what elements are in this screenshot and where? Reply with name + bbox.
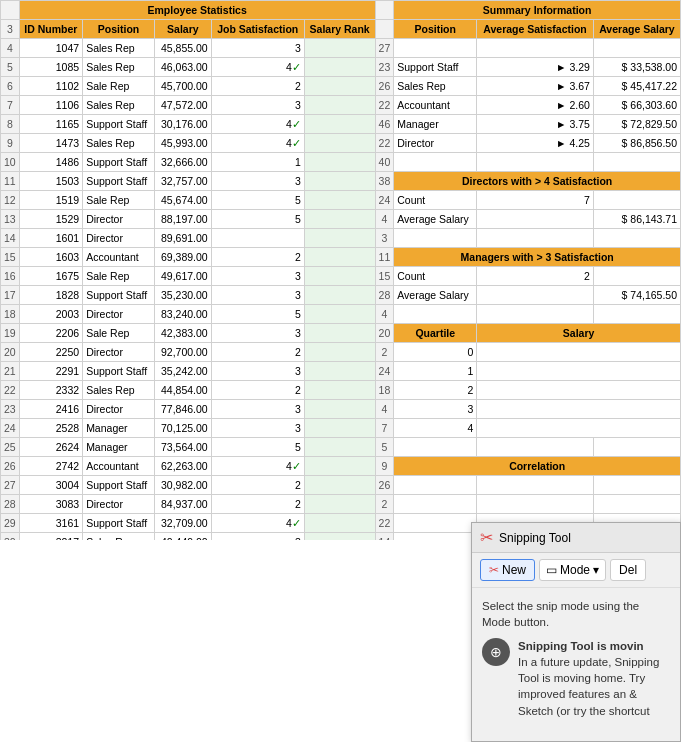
sum-avg-sat: ► 3.75 — [477, 115, 594, 134]
cell-jobsat: 5 — [211, 438, 304, 457]
move-section: ⊕ Snipping Tool is movin In a future upd… — [482, 638, 670, 718]
table-row: 91473Sales Rep45,993.004✓22Director► 4.2… — [1, 134, 681, 153]
row-num-27: 27 — [1, 476, 20, 495]
section-header: Managers with > 3 Satisfaction — [394, 248, 681, 267]
table-row: 51085Sales Rep46,063.004✓23Support Staff… — [1, 58, 681, 77]
snipping-tool-popup[interactable]: ✂ Snipping Tool ✂ New ▭ Mode ▾ Del Selec… — [471, 522, 681, 742]
cell-jobsat: 3 — [211, 96, 304, 115]
cell-salary: 49,617.00 — [155, 267, 212, 286]
empty-r3 — [593, 495, 680, 514]
sum-pos-name: Director — [394, 134, 477, 153]
cell-jobsat: 3 — [211, 286, 304, 305]
cell-salary: 88,197.00 — [155, 210, 212, 229]
sum-pos-name: Manager — [394, 115, 477, 134]
mode-button[interactable]: ▭ Mode ▾ — [539, 559, 606, 581]
cell-id: 2206 — [19, 324, 82, 343]
cell-position: Support Staff — [83, 476, 155, 495]
right-row-num: 7 — [375, 419, 394, 438]
row-num-14: 14 — [1, 229, 20, 248]
empty-r1 — [394, 533, 477, 541]
cell-id: 2742 — [19, 457, 82, 476]
cell-position: Support Staff — [83, 362, 155, 381]
cell-jobsat: 1 — [211, 153, 304, 172]
row-num-30: 30 — [1, 533, 20, 541]
del-button[interactable]: Del — [610, 559, 646, 581]
cell-salary: 45,855.00 — [155, 39, 212, 58]
col-jobsat: Job Satisfaction — [211, 20, 304, 39]
right-row-num: 28 — [375, 286, 394, 305]
cell-salary: 45,700.00 — [155, 77, 212, 96]
cell-id: 1106 — [19, 96, 82, 115]
cell-id: 1601 — [19, 229, 82, 248]
cell-id: 1486 — [19, 153, 82, 172]
cell-position: Accountant — [83, 248, 155, 267]
right-row-num: 5 — [375, 438, 394, 457]
del-label: Del — [619, 563, 637, 577]
cell-salary: 32,709.00 — [155, 514, 212, 533]
section-header: Correlation — [394, 457, 681, 476]
table-row: 252624Manager73,564.0055 — [1, 438, 681, 457]
col-num-right-3 — [375, 20, 394, 39]
cell-position: Director — [83, 343, 155, 362]
cell-jobsat: 4✓ — [211, 514, 304, 533]
table-row: 141601Director89,691.003 — [1, 229, 681, 248]
kv-label: Average Salary — [394, 286, 477, 305]
cell-salary: 35,230.00 — [155, 286, 212, 305]
cell-salary: 77,846.00 — [155, 400, 212, 419]
cell-id: 2528 — [19, 419, 82, 438]
cell-id: 1047 — [19, 39, 82, 58]
row-num-13: 13 — [1, 210, 20, 229]
spreadsheet: Employee Statistics Summary Information … — [0, 0, 681, 540]
select-mode-text: Select the snip mode using the Mode butt… — [482, 598, 670, 630]
snipping-tool-titlebar: ✂ Snipping Tool — [472, 523, 680, 553]
cell-salary: 92,700.00 — [155, 343, 212, 362]
cell-position: Support Staff — [83, 514, 155, 533]
cell-position: Sale Rep — [83, 267, 155, 286]
quartile-salary — [477, 343, 681, 362]
right-row-num: 2 — [375, 343, 394, 362]
sum-avg-sal: $ 72,829.50 — [593, 115, 680, 134]
right-row-num: 18 — [375, 381, 394, 400]
row-num-29: 29 — [1, 514, 20, 533]
snipping-tool-content: Select the snip mode using the Mode butt… — [472, 588, 680, 729]
empty-r3 — [593, 153, 680, 172]
moving-title: Snipping Tool is movin — [518, 640, 644, 652]
quartile-num: 1 — [394, 362, 477, 381]
cell-rank — [304, 324, 375, 343]
checkmark-icon: ✓ — [292, 61, 301, 73]
cell-position: Director — [83, 400, 155, 419]
row-num-11: 11 — [1, 172, 20, 191]
cell-jobsat: 3 — [211, 324, 304, 343]
empty-r2 — [477, 39, 594, 58]
right-row-num: 4 — [375, 210, 394, 229]
kv-val: 2 — [477, 267, 594, 286]
quartile-salary — [477, 381, 681, 400]
new-button[interactable]: ✂ New — [480, 559, 535, 581]
row-num-6: 6 — [1, 77, 20, 96]
right-row-num: 2 — [375, 495, 394, 514]
cell-id: 1519 — [19, 191, 82, 210]
empty-r1 — [394, 229, 477, 248]
table-row: 101486Support Staff32,666.00140 — [1, 153, 681, 172]
quartile-header: Quartile — [394, 324, 477, 343]
cell-jobsat: 2 — [211, 476, 304, 495]
cell-position: Director — [83, 229, 155, 248]
cell-position: Director — [83, 495, 155, 514]
right-row-num: 15 — [375, 267, 394, 286]
table-row: 212291Support Staff35,242.003241 — [1, 362, 681, 381]
row-num-19: 19 — [1, 324, 20, 343]
row-num-28: 28 — [1, 495, 20, 514]
sum-avg-sat: ► 4.25 — [477, 134, 594, 153]
spreadsheet-title: Employee Statistics — [19, 1, 375, 20]
quartile-salary — [477, 419, 681, 438]
right-row-num: 40 — [375, 153, 394, 172]
cell-jobsat: 5 — [211, 305, 304, 324]
cell-id: 1085 — [19, 58, 82, 77]
empty-r2 — [477, 153, 594, 172]
cell-position: Accountant — [83, 457, 155, 476]
checkmark-icon: ✓ — [292, 517, 301, 529]
cell-position: Sales Rep — [83, 533, 155, 541]
cell-id: 2416 — [19, 400, 82, 419]
checkmark-icon: ✓ — [292, 460, 301, 472]
quartile-num: 3 — [394, 400, 477, 419]
